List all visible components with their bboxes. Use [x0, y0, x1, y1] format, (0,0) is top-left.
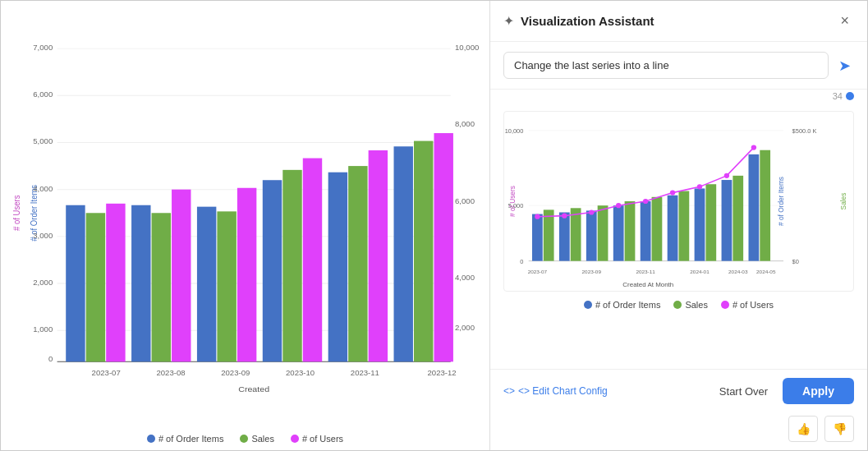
legend-item-sales: Sales: [240, 434, 274, 444]
svg-rect-40: [641, 201, 651, 261]
edit-chart-label: <> Edit Chart Config: [518, 385, 608, 397]
bar-users-1: [172, 190, 191, 362]
svg-point-55: [670, 191, 675, 196]
start-over-button[interactable]: Start Over: [711, 380, 776, 403]
x-tick-4: 2023-11: [351, 370, 379, 377]
legend-label-sales: Sales: [251, 434, 274, 444]
token-count: 34: [833, 91, 843, 101]
svg-text:2024-01: 2024-01: [690, 269, 710, 274]
legend-dot-sales: [240, 435, 248, 443]
svg-rect-47: [733, 176, 743, 261]
bar-sales-5: [414, 141, 433, 362]
svg-text:0: 0: [520, 258, 523, 265]
apply-button[interactable]: Apply: [783, 378, 854, 404]
prompt-input[interactable]: [503, 52, 829, 79]
thumbs-down-button[interactable]: 👎: [824, 416, 854, 442]
svg-rect-36: [586, 210, 597, 260]
svg-text:Sales: Sales: [839, 193, 847, 210]
preview-legend-users: # of Users: [721, 300, 774, 310]
svg-text:0: 0: [48, 356, 53, 363]
svg-rect-38: [613, 205, 624, 260]
svg-rect-46: [722, 180, 733, 261]
bar-orders-0: [66, 205, 85, 362]
edit-chart-icon: <>: [503, 385, 515, 397]
bar-orders-5: [394, 146, 413, 361]
svg-point-54: [643, 199, 648, 204]
bar-users-5: [434, 133, 453, 361]
svg-text:# of Users: # of Users: [508, 186, 517, 217]
svg-rect-33: [544, 209, 554, 260]
svg-point-50: [535, 214, 540, 219]
svg-text:$0: $0: [792, 258, 799, 265]
left-chart-svg: # of Users # of Order Items 7,000 6,000 …: [9, 17, 481, 401]
bar-orders-4: [328, 173, 347, 362]
footer-right: Start Over Apply: [711, 378, 854, 404]
bar-orders-2: [197, 207, 216, 362]
close-button[interactable]: ×: [835, 11, 854, 31]
wand-icon: ✦: [503, 13, 514, 29]
svg-rect-37: [598, 205, 609, 260]
panel-header: ✦ Visualization Assistant ×: [490, 1, 867, 42]
x-tick-2: 2023-09: [221, 370, 250, 377]
svg-rect-48: [749, 154, 760, 261]
svg-text:2024-05: 2024-05: [756, 269, 776, 274]
svg-text:2023-07: 2023-07: [528, 269, 548, 274]
svg-text:2023-11: 2023-11: [636, 269, 655, 274]
left-chart-area: # of Users # of Order Items 7,000 6,000 …: [1, 1, 489, 450]
svg-text:2,000: 2,000: [33, 278, 53, 286]
legend-dot-users: [291, 435, 299, 443]
bar-sales-2: [217, 211, 236, 361]
svg-rect-34: [559, 212, 570, 260]
token-indicator: [846, 92, 854, 100]
panel-title: Visualization Assistant: [521, 14, 829, 28]
preview-chart: # of Users # of Order Items Sales 10,000…: [503, 111, 854, 292]
svg-text:6,000: 6,000: [33, 91, 53, 99]
legend-label-orders: # of Order Items: [158, 434, 223, 444]
x-tick-5: 2023-12: [428, 370, 457, 377]
send-button[interactable]: ➤: [835, 53, 854, 78]
svg-text:10,000: 10,000: [455, 44, 479, 51]
preview-legend-dot-orders: [584, 301, 592, 309]
bar-users-2: [237, 188, 256, 362]
svg-text:5,000: 5,000: [508, 202, 524, 209]
svg-text:$500.0 K: $500.0 K: [792, 127, 817, 135]
preview-legend: # of Order Items Sales # of Users: [503, 297, 854, 313]
svg-text:Created At Month: Created At Month: [622, 281, 673, 288]
edit-chart-button[interactable]: <> <> Edit Chart Config: [503, 385, 608, 397]
x-axis-label: Created: [238, 384, 269, 393]
thumbs-down-icon: 👎: [833, 422, 847, 435]
svg-point-53: [616, 203, 621, 208]
bar-users-0: [106, 204, 125, 362]
svg-rect-43: [679, 191, 690, 261]
svg-text:1,000: 1,000: [33, 326, 53, 334]
svg-rect-35: [571, 208, 581, 260]
preview-legend-label-orders: # of Order Items: [595, 300, 660, 310]
preview-legend-orders: # of Order Items: [584, 300, 660, 310]
preview-legend-dot-users: [721, 301, 729, 309]
svg-text:2023-09: 2023-09: [582, 269, 602, 274]
preview-legend-dot-sales: [673, 301, 682, 309]
legend-dot-orders: [147, 435, 155, 443]
svg-rect-49: [760, 150, 770, 261]
bar-sales-0: [86, 213, 105, 361]
bar-sales-4: [348, 166, 367, 361]
thumbs-up-button[interactable]: 👍: [788, 416, 818, 442]
bar-sales-3: [282, 170, 301, 361]
svg-rect-32: [532, 214, 543, 261]
input-area: ➤: [490, 42, 867, 90]
svg-text:8,000: 8,000: [455, 121, 475, 128]
preview-chart-svg: # of Users # of Order Items Sales 10,000…: [504, 112, 853, 291]
svg-point-57: [724, 173, 729, 178]
svg-text:3,000: 3,000: [33, 232, 53, 239]
svg-text:7,000: 7,000: [33, 44, 53, 51]
x-tick-0: 2023-07: [92, 370, 121, 377]
preview-legend-label-sales: Sales: [685, 300, 708, 310]
svg-text:10,000: 10,000: [505, 127, 524, 135]
preview-legend-label-users: # of Users: [733, 300, 774, 310]
right-panel: ✦ Visualization Assistant × ➤ 34 # of Us…: [489, 1, 867, 450]
svg-point-56: [697, 184, 702, 189]
token-area: 34: [490, 90, 867, 104]
svg-point-51: [562, 214, 567, 219]
bar-users-3: [303, 159, 322, 362]
x-tick-3: 2023-10: [286, 370, 315, 377]
